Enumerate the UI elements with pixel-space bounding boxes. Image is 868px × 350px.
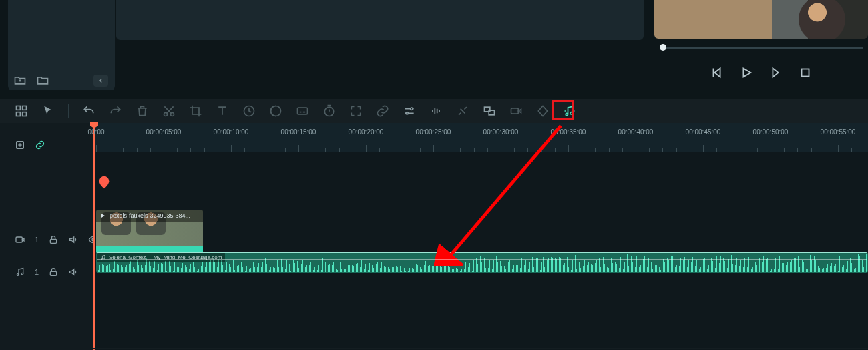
svg-point-17 xyxy=(570,112,572,114)
video-track-icon xyxy=(15,234,25,245)
svg-point-22 xyxy=(17,274,19,276)
crop-icon[interactable] xyxy=(189,104,202,118)
prev-frame-button[interactable] xyxy=(710,65,724,80)
svg-point-16 xyxy=(566,113,568,115)
mute-icon[interactable] xyxy=(68,267,79,277)
audio-track-number: 1 xyxy=(35,268,39,276)
spacer-lane xyxy=(93,152,868,208)
svg-rect-0 xyxy=(802,69,809,77)
audio-clip[interactable]: Selena_Gomez_-_My_Mind_Me_CeeNaija.com xyxy=(96,252,868,273)
svg-rect-15 xyxy=(511,108,519,114)
adjust-icon[interactable] xyxy=(403,104,416,118)
preview-panel xyxy=(654,0,868,80)
preview-viewport[interactable] xyxy=(654,0,868,39)
detach-icon[interactable] xyxy=(456,104,469,118)
svg-rect-9 xyxy=(298,108,308,114)
new-folder-icon[interactable] xyxy=(13,73,27,87)
video-track-number: 1 xyxy=(35,236,39,244)
video-clip[interactable]: pexels-fauxels-3249935-384... xyxy=(96,210,203,246)
subtitle-icon[interactable] xyxy=(296,104,309,118)
svg-rect-1 xyxy=(17,106,21,110)
toolbar-separator xyxy=(68,104,69,118)
video-clip-label: pexels-fauxels-3249935-384... xyxy=(110,212,190,219)
svg-point-12 xyxy=(406,112,408,114)
video-lane[interactable]: pexels-fauxels-3249935-384... xyxy=(93,208,868,252)
ruler-label: 00:00:50:00 xyxy=(753,128,789,136)
ruler-label: 00:00 xyxy=(87,128,104,136)
add-track-icon[interactable] xyxy=(15,140,25,150)
link-tracks-icon[interactable] xyxy=(35,140,45,150)
pointer-icon[interactable] xyxy=(41,104,55,118)
audio-track-icon xyxy=(15,267,25,277)
audio-lane[interactable]: Selena_Gomez_-_My_Mind_Me_CeeNaija.com xyxy=(93,252,868,275)
timeline-ruler[interactable]: 00:0000:00:05:0000:00:10:0000:00:15:0000… xyxy=(93,123,868,152)
audio-track-header[interactable]: 1 xyxy=(0,262,93,282)
empty-lane xyxy=(93,275,868,349)
svg-point-23 xyxy=(21,273,23,275)
color-icon[interactable] xyxy=(269,104,282,118)
audio-adjust-icon[interactable] xyxy=(429,104,443,118)
svg-rect-19 xyxy=(16,237,22,242)
link-icon[interactable] xyxy=(376,104,389,118)
svg-rect-3 xyxy=(17,112,21,116)
undo-icon[interactable] xyxy=(82,104,95,118)
video-track-header[interactable]: 1 xyxy=(0,230,93,250)
record-icon[interactable] xyxy=(509,104,523,118)
collapse-panel-button[interactable] xyxy=(93,75,108,87)
ruler-label: 00:00:35:00 xyxy=(551,128,586,136)
ruler-label: 00:00:05:00 xyxy=(146,128,182,136)
group-icon[interactable] xyxy=(483,104,496,118)
svg-rect-24 xyxy=(50,271,56,275)
lock-icon[interactable] xyxy=(48,234,59,245)
text-icon[interactable] xyxy=(216,104,229,118)
cut-icon[interactable] xyxy=(162,104,176,118)
svg-rect-2 xyxy=(23,106,27,110)
next-frame-button[interactable] xyxy=(769,65,783,80)
timeline-toolbar xyxy=(0,99,868,123)
svg-rect-20 xyxy=(50,239,56,243)
ruler-label: 00:00:30:00 xyxy=(483,128,519,136)
lock-icon[interactable] xyxy=(48,267,59,277)
svg-rect-4 xyxy=(23,112,27,116)
redo-icon[interactable] xyxy=(109,104,122,118)
keyframe-icon[interactable] xyxy=(536,104,550,118)
ruler-label: 00:00:25:00 xyxy=(416,128,451,136)
svg-point-10 xyxy=(324,107,333,116)
stop-button[interactable] xyxy=(798,65,813,80)
ruler-label: 00:00:20:00 xyxy=(349,128,384,136)
delete-icon[interactable] xyxy=(136,104,149,118)
ruler-label: 00:00:55:00 xyxy=(821,128,856,136)
ruler-label: 00:00:15:00 xyxy=(281,128,316,136)
ruler-label: 00:00:10:00 xyxy=(214,128,249,136)
open-folder-icon[interactable] xyxy=(36,73,49,87)
play-button[interactable] xyxy=(739,65,754,80)
speed-icon[interactable] xyxy=(242,104,256,118)
timeline-track-headers: 1 1 xyxy=(0,123,93,350)
timer-icon[interactable] xyxy=(322,104,336,118)
ruler-label: 00:00:40:00 xyxy=(618,128,654,136)
media-panel-upper xyxy=(116,0,644,40)
beat-detection-button[interactable] xyxy=(563,104,576,118)
expand-icon[interactable] xyxy=(349,104,363,118)
apps-icon[interactable] xyxy=(15,104,28,118)
svg-point-11 xyxy=(411,108,413,110)
timeline[interactable]: 00:0000:00:05:0000:00:10:0000:00:15:0000… xyxy=(93,123,868,350)
mute-icon[interactable] xyxy=(68,234,79,245)
ruler-label: 00:00:45:00 xyxy=(686,128,721,136)
preview-progress-slider[interactable] xyxy=(660,45,863,51)
